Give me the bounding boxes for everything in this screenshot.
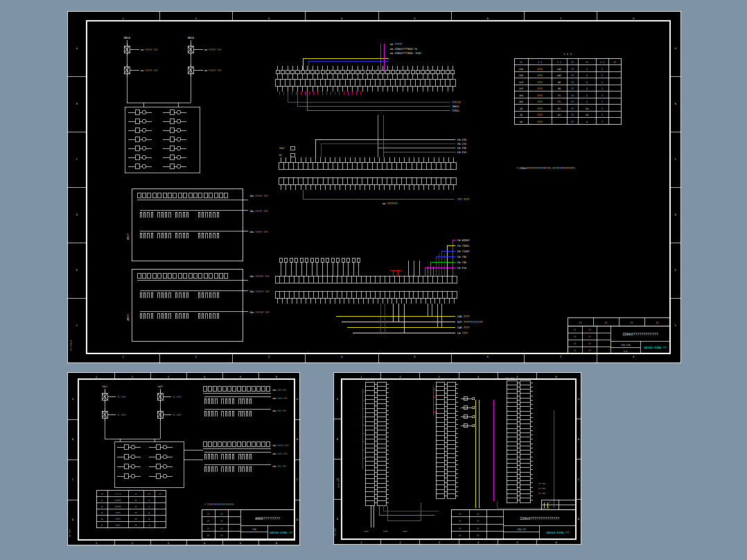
terminal-strip	[279, 177, 456, 190]
breaker-symbol	[149, 445, 173, 450]
label: FW ?2G01	[457, 245, 469, 247]
label: 4	[477, 376, 479, 378]
terminal-block: 10m ????? ???10m ????? ???10m ????? ???1…	[127, 189, 268, 261]
label: ?BPG1	[452, 105, 459, 108]
terminal-strip	[275, 276, 457, 283]
label: B	[76, 103, 78, 105]
label: 4	[204, 376, 205, 378]
breaker-symbol	[163, 164, 186, 169]
label: D	[76, 213, 78, 216]
connector-row	[140, 313, 188, 319]
title-block: ????????????????220kV??????????????m-??b…	[568, 326, 670, 353]
label: 5	[516, 541, 518, 544]
label: 5	[414, 356, 416, 358]
breaker-symbol	[117, 474, 141, 479]
label: ??	[148, 493, 150, 496]
label: ? ?	[557, 61, 561, 64]
label: ??	[571, 81, 574, 84]
incoming-circuits: ?m1??? ?????? ?????m2??? ?????? ????	[102, 385, 182, 441]
label: ??	[574, 342, 577, 345]
label: 2SD	[519, 74, 523, 77]
label: ????	[537, 81, 543, 84]
label: ??	[571, 87, 574, 90]
label: E	[675, 269, 676, 272]
label: ??? ????	[457, 198, 469, 201]
label: FW ?1G02	[457, 250, 469, 253]
label: ??	[134, 511, 137, 514]
label: B	[337, 438, 338, 441]
label: C	[578, 478, 579, 481]
label: ??	[134, 505, 137, 508]
label: mm ????? ???	[141, 49, 158, 51]
label: 4	[148, 518, 150, 520]
label: ??	[459, 520, 462, 523]
label: D	[675, 213, 676, 216]
label: 2D	[520, 114, 522, 116]
cad-preview-canvas: { "app": {"background": "#7f93a7"}, "col…	[0, 0, 747, 560]
label: 10m ????.???	[272, 453, 288, 455]
label: ??b	[252, 528, 256, 531]
label: ????	[537, 107, 543, 110]
title-block: ????????????????400V??????????bGB350-D49…	[202, 509, 295, 539]
label: ??	[220, 520, 223, 523]
terminal-strips: 10m ???.???10m ????.???10m ???.???10m ??…	[203, 386, 289, 472]
feeder-breaker-box	[125, 107, 200, 173]
label: ?m1?	[102, 385, 107, 388]
label: 3	[268, 356, 270, 358]
label: 2	[132, 542, 133, 545]
label: 6	[556, 541, 557, 544]
label: 4	[341, 356, 342, 358]
breaker-symbol	[128, 128, 152, 133]
label: ??	[571, 100, 574, 103]
connector-row	[204, 466, 252, 472]
label: ??	[134, 499, 137, 502]
label: ??	[220, 513, 223, 516]
connector-row	[204, 454, 252, 460]
label: 2	[586, 81, 588, 84]
label: ?	[550, 501, 551, 504]
label: ??	[574, 335, 577, 338]
label: C	[76, 158, 78, 161]
label: ??	[134, 524, 137, 527]
label: ??	[571, 107, 574, 110]
label: 6	[556, 376, 557, 378]
label: 2KK	[519, 100, 523, 103]
label: 6	[487, 356, 489, 358]
label: mm ????? ???	[204, 49, 222, 51]
label: XB	[558, 87, 561, 90]
label: RCP ??????(??)???	[457, 321, 483, 324]
label: mm ????? ???	[141, 69, 158, 72]
label: ? 220kV????????????????,???????????????.	[516, 167, 577, 170]
label: 1	[123, 356, 124, 358]
connector-row	[198, 212, 219, 218]
label: GB350-D496-??	[644, 346, 667, 349]
label: ??	[134, 493, 137, 496]
label: D1	[558, 114, 561, 116]
breaker-symbol	[163, 119, 186, 124]
label: F	[76, 324, 78, 327]
label: FW P1G	[457, 151, 466, 154]
label: ?	[601, 68, 603, 71]
breaker-symbol	[117, 464, 141, 469]
label: ? ? ?	[115, 493, 121, 496]
label: M?	[279, 154, 282, 157]
transformer-symbol	[188, 64, 193, 76]
label: B	[297, 438, 298, 441]
label: 10m ???.???	[272, 410, 286, 412]
label: ??	[220, 534, 223, 537]
label: A	[72, 398, 73, 401]
table: ??? ? ???????1???????12???????13??????24…	[96, 490, 166, 527]
label: ??	[477, 534, 480, 537]
label: ????	[364, 530, 369, 533]
sheet-frame: 1122334455667788AABBCCDDEEFF	[68, 12, 681, 363]
label: 10m ?????? ???	[249, 311, 270, 314]
strip-3: CW #2G02FW ?2G01FW ?1G02FW ?3GFW ?3GFW P…	[275, 239, 483, 335]
label: ?? ????	[117, 396, 126, 399]
label: ?? ????	[173, 396, 182, 399]
label: ??	[571, 68, 574, 71]
title-block: ????????????????220kV????????????????b-?…	[451, 509, 576, 539]
label: ????	[383, 530, 388, 533]
label: 10m ?????? ???	[249, 290, 270, 293]
breaker-symbol	[128, 110, 152, 115]
breaker-symbol	[149, 464, 173, 469]
